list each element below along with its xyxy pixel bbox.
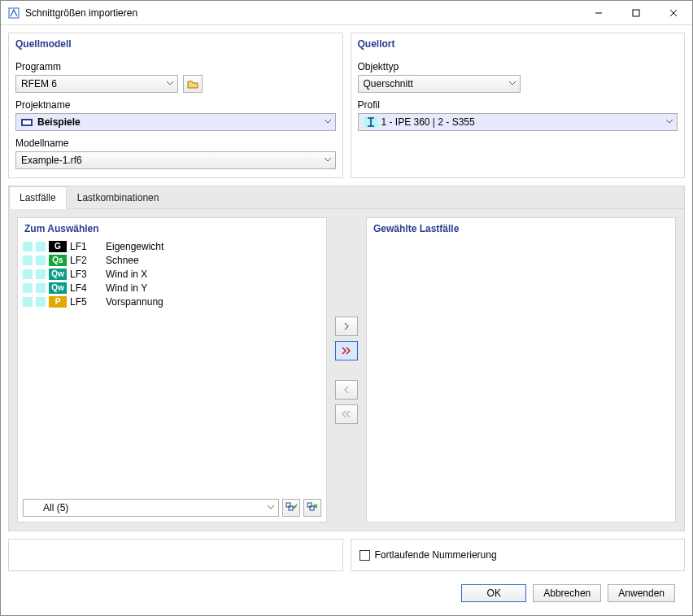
move-all-right-button[interactable] [335,341,358,360]
dialog-window: Schnittgrößen importieren Quellmodell Pr… [0,0,693,616]
move-right-button[interactable] [335,317,358,336]
available-header: Zum Auswählen [18,218,326,236]
color-swatch [36,242,46,251]
color-swatch [23,283,33,293]
profile-label: Profil [358,99,678,111]
minimize-button[interactable] [580,1,617,24]
options-left-panel [8,539,343,571]
top-row: Quellmodell Programm RFEM 6 Projektname [8,33,685,178]
continuous-numbering-label: Fortlaufende Nummerierung [375,549,497,561]
model-value: Example-1.rf6 [21,155,82,166]
loadcase-id: LF4 [70,282,102,294]
loadcase-row[interactable]: QwLF3Wind in X [23,267,321,281]
source-model-panel: Quellmodell Programm RFEM 6 Projektname [8,33,343,178]
color-swatch [23,242,33,251]
dialog-content: Quellmodell Programm RFEM 6 Projektname [1,25,692,615]
source-location-header: Quellort [351,33,685,51]
program-label: Programm [15,61,336,72]
objecttype-select[interactable]: Querschnitt [358,75,521,93]
loadcase-name: Eigengewicht [106,241,163,252]
loadcase-id: LF3 [70,269,102,280]
load-class-tag: G [49,241,67,252]
load-class-tag: Qs [49,255,67,266]
available-list[interactable]: GLF1EigengewichtQsLF2SchneeQwLF3Wind in … [18,236,326,494]
filter-select[interactable]: All (5) [23,499,279,517]
window-buttons [580,1,692,24]
loadcase-name: Vorspannung [106,296,163,308]
titlebar: Schnittgrößen importieren [1,1,692,25]
filter-value: All (5) [43,502,68,513]
open-file-button[interactable] [183,75,203,93]
chevron-down-icon [267,503,275,511]
loadcase-id: LF2 [70,255,102,266]
project-label: Projektname [15,99,336,111]
loadcase-id: LF5 [70,296,102,308]
loadcase-row[interactable]: GLF1Eigengewicht [23,239,321,253]
available-footer: All (5) [18,494,326,522]
loadcase-tabs-panel: Lastfälle Lastkombinationen Zum Auswähle… [8,186,685,531]
program-value: RFEM 6 [21,78,57,90]
tab-body: Zum Auswählen GLF1EigengewichtQsLF2Schne… [9,209,684,531]
chevron-down-icon [166,79,174,87]
move-all-left-button[interactable] [335,404,358,424]
chevron-down-icon [324,117,332,125]
profile-select[interactable]: 1 - IPE 360 | 2 - S355 [358,113,678,131]
loadcase-row[interactable]: PLF5Vorspannung [23,295,321,308]
model-label: Modellname [15,138,336,149]
project-select[interactable]: Beispiele [15,113,336,131]
program-select[interactable]: RFEM 6 [15,75,178,93]
tab-loadcombos[interactable]: Lastkombinationen [67,186,170,209]
chevron-right-icon [342,322,351,330]
chevron-down-icon [665,117,673,125]
model-select[interactable]: Example-1.rf6 [15,151,336,169]
tabstrip: Lastfälle Lastkombinationen [9,186,684,209]
color-swatch [36,269,46,279]
loadcase-row[interactable]: QsLF2Schnee [23,253,321,267]
objecttype-label: Objekttyp [358,61,678,72]
app-icon [7,7,20,20]
maximize-button[interactable] [617,1,655,24]
folder-open-icon [187,79,198,89]
load-class-tag: Qw [49,282,67,294]
color-swatch [23,297,33,307]
selected-list[interactable] [367,236,675,522]
chevron-down-icon [508,79,516,87]
source-location-panel: Quellort Objekttyp Querschnitt Profil 1 … [351,33,686,178]
apply-button[interactable]: Anwenden [608,584,675,602]
cancel-button[interactable]: Abbrechen [533,584,601,602]
objecttype-value: Querschnitt [364,78,413,90]
svg-rect-2 [633,10,639,16]
dialog-footer: OK Abbrechen Anwenden [8,579,685,608]
project-icon [21,117,34,127]
profile-swatch [364,116,378,128]
color-swatch [36,283,46,293]
options-right-panel: Fortlaufende Nummerierung [351,539,686,571]
continuous-numbering-checkbox[interactable] [360,550,370,561]
color-swatch [23,256,33,265]
source-model-header: Quellmodell [9,33,342,51]
ok-button[interactable]: OK [461,584,526,602]
loadcase-id: LF1 [70,241,102,252]
load-class-tag: P [49,296,67,308]
selected-header: Gewählte Lastfälle [367,218,675,236]
load-class-tag: Qw [49,269,67,280]
color-swatch [36,297,46,307]
project-value: Beispiele [37,116,81,128]
tab-loadcases[interactable]: Lastfälle [9,186,67,209]
profile-value: 1 - IPE 360 | 2 - S355 [381,116,475,128]
loadcase-name: Wind in X [106,269,147,280]
uncheck-all-icon [307,502,318,513]
move-left-button[interactable] [335,380,358,400]
loadcase-row[interactable]: QwLF4Wind in Y [23,281,321,295]
color-swatch [36,256,46,265]
transfer-buttons [333,217,360,522]
loadcase-name: Schnee [106,255,139,266]
deselect-all-button[interactable] [303,499,321,517]
check-all-icon [285,502,297,513]
close-button[interactable] [655,1,692,24]
color-swatch [23,269,33,279]
loadcase-name: Wind in Y [106,282,147,294]
i-section-icon [367,117,375,127]
select-all-button[interactable] [282,499,300,517]
window-title: Schnittgrößen importieren [25,7,580,19]
